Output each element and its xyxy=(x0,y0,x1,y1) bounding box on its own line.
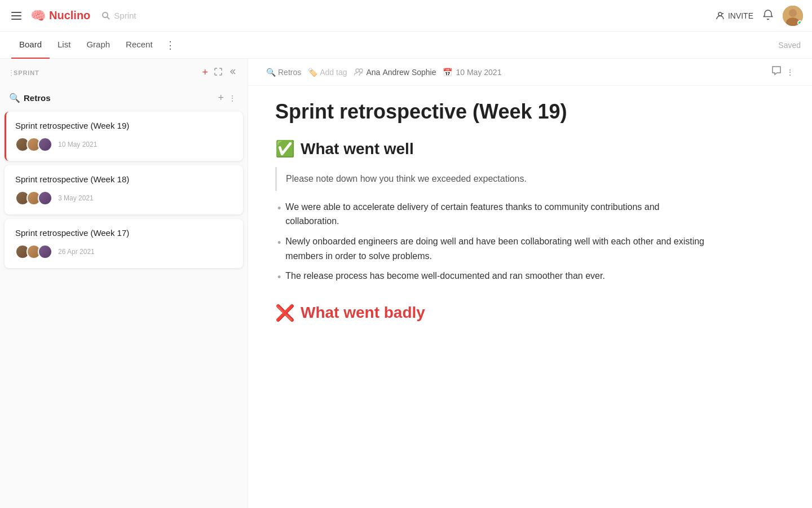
column-header: 🔍 Retros + ⋮ xyxy=(5,86,243,107)
add-tag-area[interactable]: 🏷️ Add tag xyxy=(308,68,347,77)
user-avatar[interactable] xyxy=(783,6,803,26)
list-item: Newly onboarded engineers are doing well… xyxy=(275,234,706,263)
card-date-week17: 26 Apr 2021 xyxy=(58,248,95,256)
hamburger-icon xyxy=(11,12,21,20)
card-date-week18: 3 May 2021 xyxy=(58,194,94,202)
search-breadcrumb-icon: 🔍 xyxy=(266,68,276,77)
blockquote-text: Please note down how you think we exceed… xyxy=(286,174,527,183)
avatar-stack xyxy=(15,137,49,152)
svg-point-8 xyxy=(356,69,359,72)
comment-icon xyxy=(771,65,782,76)
document-title: Sprint retrospective (Week 19) xyxy=(275,99,706,124)
bullet-text-2: Newly onboarded engineers are doing well… xyxy=(285,234,706,263)
sidebar-add-button[interactable]: + xyxy=(198,65,211,80)
card-footer-week17: 26 Apr 2021 xyxy=(15,244,234,259)
column-name: Retros xyxy=(24,93,215,103)
collaborator-3: Sophie xyxy=(412,68,436,77)
expand-icon xyxy=(214,67,223,76)
invite-button[interactable]: INVITE xyxy=(716,11,753,20)
collaborator-2: Andrew xyxy=(382,68,409,77)
checkmark-emoji: ✅ xyxy=(275,139,295,158)
document-date: 10 May 2021 xyxy=(456,68,501,77)
section-heading-good: ✅ What went well xyxy=(275,139,706,158)
section-title-bad: What went badly xyxy=(301,304,425,322)
column-more-button[interactable]: ⋮ xyxy=(226,93,239,104)
bullet-text-3: The release process has become well-docu… xyxy=(285,269,605,286)
breadcrumb-text: Retros xyxy=(278,68,301,77)
logo[interactable]: 🧠 Nuclino xyxy=(30,8,90,23)
tag-icon: 🏷️ xyxy=(308,68,317,77)
column-add-button[interactable]: + xyxy=(215,91,226,105)
avatar-stack-2 xyxy=(15,191,49,205)
document-more-button[interactable]: ⋮ xyxy=(786,68,794,77)
svg-point-2 xyxy=(718,12,722,16)
card-title-week18: Sprint retrospective (Week 18) xyxy=(15,174,234,184)
card-footer-week19: 10 May 2021 xyxy=(15,137,234,152)
cross-emoji: ❌ xyxy=(275,304,295,322)
list-item: We were able to accelerate delivery of c… xyxy=(275,200,706,229)
document-content: Sprint retrospective (Week 19) ✅ What we… xyxy=(248,86,733,358)
tab-board[interactable]: Board xyxy=(11,32,50,59)
drag-handle[interactable]: ⋮ xyxy=(9,68,14,77)
chevron-left-icon xyxy=(227,67,236,76)
workspace-name: Sprint xyxy=(114,11,136,20)
invite-label: INVITE xyxy=(728,11,753,20)
card-week19[interactable]: Sprint retrospective (Week 19) 10 May 20… xyxy=(5,112,243,161)
calendar-icon: 📅 xyxy=(443,68,452,77)
bullet-text-1: We were able to accelerate delivery of c… xyxy=(285,200,706,229)
column-search-icon: 🔍 xyxy=(9,93,20,103)
toolbar-right: ⋮ xyxy=(771,65,794,78)
sidebar-collapse-button[interactable] xyxy=(225,66,239,79)
card-title-week17: Sprint retrospective (Week 17) xyxy=(15,228,234,238)
bullet-list-good: We were able to accelerate delivery of c… xyxy=(275,200,706,286)
content-area: 🔍 Retros 🏷️ Add tag Ana Andrew Sophie xyxy=(248,59,812,508)
avatar-sophie xyxy=(38,137,52,152)
avatar-sophie-3 xyxy=(38,244,52,259)
breadcrumb[interactable]: 🔍 Retros xyxy=(266,68,301,77)
collaborator-1: Ana xyxy=(367,68,381,77)
board-content: 🔍 Retros + ⋮ Sprint retrospective (Week … xyxy=(0,86,248,508)
people-icon xyxy=(354,68,364,76)
date-area: 📅 10 May 2021 xyxy=(443,68,501,77)
nav-right: INVITE xyxy=(716,6,803,26)
card-date-week19: 10 May 2021 xyxy=(58,141,97,148)
svg-point-0 xyxy=(103,12,108,17)
saved-status: Saved xyxy=(778,41,801,50)
tab-list[interactable]: List xyxy=(50,32,78,59)
app-name: Nuclino xyxy=(49,9,90,22)
svg-point-6 xyxy=(789,9,797,17)
secondary-nav: Board List Graph Recent ⋮ Saved xyxy=(0,32,812,59)
comment-button[interactable] xyxy=(771,65,782,78)
notifications-button[interactable] xyxy=(762,9,774,22)
sidebar: ⋮ SPRINT + 🔍 Retros + ⋮ xyxy=(0,59,248,508)
section-heading-bad: ❌ What went badly xyxy=(275,304,706,322)
bell-icon xyxy=(762,9,774,20)
sidebar-expand-button[interactable] xyxy=(211,66,225,79)
collaborators: Ana Andrew Sophie xyxy=(354,68,436,77)
sidebar-title: SPRINT xyxy=(14,69,198,76)
blockquote: Please note down how you think we exceed… xyxy=(275,167,706,191)
top-nav: 🧠 Nuclino Sprint INVITE xyxy=(0,0,812,32)
person-icon xyxy=(716,11,725,20)
card-title-week19: Sprint retrospective (Week 19) xyxy=(15,121,234,130)
list-item: The release process has become well-docu… xyxy=(275,269,706,286)
menu-button[interactable] xyxy=(9,10,24,22)
card-week18[interactable]: Sprint retrospective (Week 18) 3 May 202… xyxy=(5,165,243,214)
tab-recent[interactable]: Recent xyxy=(118,32,161,59)
avatar-sophie-2 xyxy=(38,191,52,205)
search-area[interactable]: Sprint xyxy=(102,11,136,20)
online-indicator xyxy=(797,20,802,25)
section-title-good: What went well xyxy=(301,140,414,158)
content-toolbar: 🔍 Retros 🏷️ Add tag Ana Andrew Sophie xyxy=(248,59,812,86)
main-layout: ⋮ SPRINT + 🔍 Retros + ⋮ xyxy=(0,59,812,508)
card-footer-week18: 3 May 2021 xyxy=(15,191,234,205)
brain-icon: 🧠 xyxy=(30,8,46,23)
more-tabs-button[interactable]: ⋮ xyxy=(161,39,180,51)
card-week17[interactable]: Sprint retrospective (Week 17) 26 Apr 20… xyxy=(5,219,243,268)
search-icon xyxy=(102,11,111,20)
svg-point-9 xyxy=(359,69,363,72)
add-tag-label: Add tag xyxy=(320,68,347,77)
avatar-stack-3 xyxy=(15,244,49,259)
sidebar-header: ⋮ SPRINT + xyxy=(0,59,248,86)
tab-graph[interactable]: Graph xyxy=(78,32,118,59)
